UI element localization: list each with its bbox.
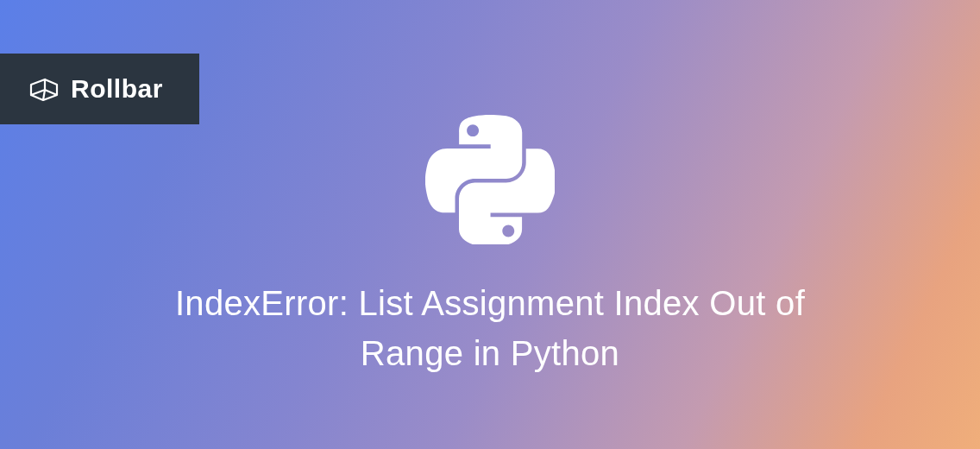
python-logo-icon (425, 115, 555, 248)
hero-content: IndexError: List Assignment Index Out of… (0, 0, 980, 449)
hero-title: IndexError: List Assignment Index Out of… (162, 278, 818, 378)
